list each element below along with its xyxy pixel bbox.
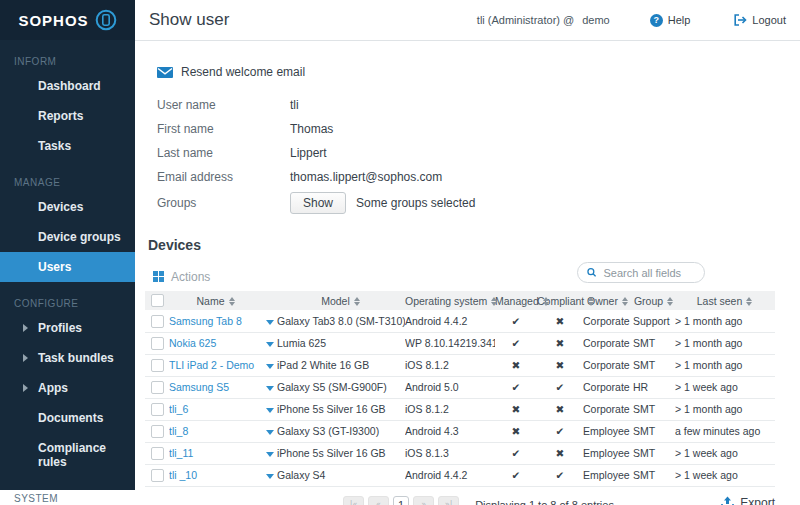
device-name-link[interactable]: tli_11 [169, 447, 193, 459]
sidebar-item-devices[interactable]: Devices [0, 192, 135, 222]
actions-button[interactable]: Actions [153, 270, 210, 284]
row-checkbox[interactable] [151, 469, 164, 482]
device-name-link[interactable]: TLI iPad 2 - Demo [169, 359, 254, 371]
current-page-button[interactable]: 1 [393, 496, 409, 505]
row-checkbox[interactable] [151, 403, 164, 416]
row-checkbox[interactable] [151, 425, 164, 438]
expand-caret-icon [23, 354, 28, 362]
device-os: iOS 8.1.3 [405, 442, 495, 464]
search-box [577, 262, 705, 283]
sort-icon [229, 297, 236, 306]
column-header-model[interactable]: Model [277, 291, 405, 310]
sidebar-item-label: Apps [38, 381, 68, 395]
show-groups-button[interactable]: Show [290, 192, 346, 214]
sidebar-item-dashboard[interactable]: Dashboard [0, 71, 135, 101]
sidebar-item-task-bundles[interactable]: Task bundles [0, 343, 135, 373]
managed-status-icon: ✖ [495, 420, 537, 442]
column-header-os[interactable]: Operating system [405, 291, 495, 310]
sidebar-item-tasks[interactable]: Tasks [0, 131, 135, 161]
device-model: iPhone 5s Silver 16 GB [277, 398, 405, 420]
device-os: iOS 8.1.2 [405, 354, 495, 376]
device-row: tli_11iPhone 5s Silver 16 GBiOS 8.1.3✔✖E… [145, 442, 775, 464]
device-menu-dropdown-icon[interactable] [266, 386, 274, 391]
compliant-status-icon: ✖ [537, 398, 583, 420]
sidebar-section-label: INFORM [0, 50, 135, 71]
device-os: Android 4.4.2 [405, 310, 495, 332]
column-header-managed[interactable]: Managed [495, 291, 537, 310]
device-last-seen: > 1 week ago [675, 464, 775, 486]
devices-section-heading: Devices [148, 237, 800, 253]
device-row: TLI iPad 2 - DemoiPad 2 White 16 GBiOS 8… [145, 354, 775, 376]
device-name-link[interactable]: Samsung Tab 8 [169, 315, 242, 327]
firstname-value: Thomas [290, 122, 333, 136]
main-content: Resend welcome email User name tli First… [135, 41, 800, 505]
device-name-link[interactable]: tli_8 [169, 425, 188, 437]
sidebar-section: INFORMDashboardReportsTasks [0, 40, 135, 161]
device-name-link[interactable]: Samsung S5 [169, 381, 229, 393]
device-menu-dropdown-icon[interactable] [266, 408, 274, 413]
export-button[interactable]: Export [721, 496, 775, 505]
device-menu-dropdown-icon[interactable] [266, 452, 274, 457]
search-icon [587, 267, 596, 278]
row-checkbox[interactable] [151, 337, 164, 350]
logout-link[interactable]: Logout [734, 14, 786, 26]
device-menu-dropdown-icon[interactable] [266, 320, 274, 325]
device-last-seen: > 1 week ago [675, 376, 775, 398]
column-header-spacer [263, 291, 277, 310]
sidebar-item-profiles[interactable]: Profiles [0, 313, 135, 343]
device-name-link[interactable]: tli_6 [169, 403, 188, 415]
page-title: Show user [149, 10, 229, 30]
sort-icon [543, 297, 550, 306]
next-page-button[interactable]: » [413, 496, 434, 505]
column-header-last-seen[interactable]: Last seen [675, 291, 775, 310]
select-all-checkbox[interactable] [151, 294, 164, 307]
device-menu-dropdown-icon[interactable] [266, 474, 274, 479]
form-row-groups: Groups Show Some groups selected [157, 189, 800, 217]
device-menu-dropdown-icon[interactable] [266, 364, 274, 369]
device-menu-dropdown-icon[interactable] [266, 342, 274, 347]
last-page-button[interactable]: »| [438, 496, 459, 505]
managed-status-icon: ✔ [495, 464, 537, 486]
sophos-logo: SOPHOS [0, 0, 135, 40]
help-link[interactable]: ? Help [650, 14, 691, 27]
device-group: SMT [633, 420, 675, 442]
row-checkbox[interactable] [151, 381, 164, 394]
device-name-link[interactable]: tli _10 [169, 469, 197, 481]
sidebar-item-users[interactable]: Users [0, 252, 135, 282]
sidebar-item-label: Task bundles [38, 351, 114, 365]
device-group: SMT [633, 398, 675, 420]
device-last-seen: > 1 month ago [675, 354, 775, 376]
device-model: Galaxy S4 [277, 464, 405, 486]
device-menu-dropdown-icon[interactable] [266, 430, 274, 435]
device-owner: Corporate [583, 354, 633, 376]
resend-welcome-email-button[interactable]: Resend welcome email [157, 65, 305, 79]
devices-toolbar: Actions [148, 262, 800, 284]
sophos-logo-text: SOPHOS [18, 12, 88, 29]
actions-label: Actions [171, 270, 210, 284]
device-model: Galaxy S5 (SM-G900F) [277, 376, 405, 398]
email-label: Email address [157, 170, 290, 184]
row-checkbox[interactable] [151, 359, 164, 372]
sidebar-item-reports[interactable]: Reports [0, 101, 135, 131]
column-header-group[interactable]: Group [633, 291, 675, 310]
resend-welcome-email-label: Resend welcome email [181, 65, 305, 79]
actions-grid-icon [153, 271, 164, 282]
sidebar-item-device-groups[interactable]: Device groups [0, 222, 135, 252]
sidebar-item-label: Reports [38, 109, 83, 123]
search-input[interactable] [601, 266, 695, 280]
export-label: Export [740, 496, 775, 505]
row-checkbox[interactable] [151, 315, 164, 328]
top-bar: Show user tli (Administrator) @ demo ? H… [135, 0, 800, 41]
username-label: User name [157, 98, 290, 112]
row-checkbox[interactable] [151, 447, 164, 460]
compliant-status-icon: ✖ [537, 332, 583, 354]
first-page-button[interactable]: |« [343, 496, 364, 505]
column-header-name[interactable]: Name [169, 291, 263, 310]
sidebar-item-compliance-rules[interactable]: Compliance rules [0, 433, 135, 477]
sidebar-item-apps[interactable]: Apps [0, 373, 135, 403]
prev-page-button[interactable]: « [368, 496, 389, 505]
sidebar-item-documents[interactable]: Documents [0, 403, 135, 433]
device-name-link[interactable]: Nokia 625 [169, 337, 216, 349]
compliant-status-icon: ✖ [537, 310, 583, 332]
device-group: SMT [633, 464, 675, 486]
